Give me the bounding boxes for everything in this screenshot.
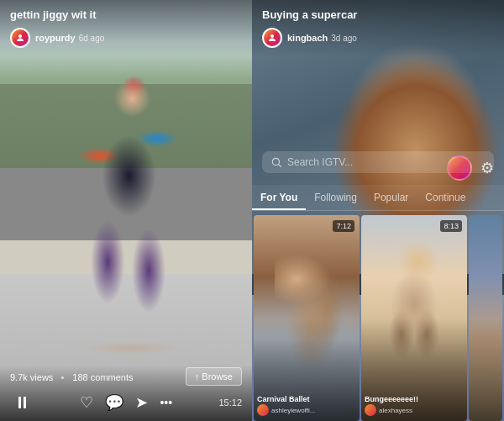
right-username: kingbach: [287, 33, 328, 43]
tab-for-you[interactable]: For You: [252, 185, 306, 210]
right-username-time: kingbach 3d ago: [287, 33, 357, 43]
svg-line-3: [279, 165, 281, 167]
left-user-avatar[interactable]: [10, 28, 30, 48]
right-user-avatar[interactable]: [262, 28, 282, 48]
right-video-panel: Buying a supercar kingbach 3d ago ⚙ Sear…: [252, 0, 504, 421]
right-time-ago: 3d ago: [331, 34, 357, 43]
tabs-row: For You Following Popular Continue: [252, 185, 504, 211]
share-icon[interactable]: ➤: [135, 393, 148, 412]
thumbnail-1[interactable]: 7:12 Carnival Ballet ashleylewoffi...: [254, 215, 360, 421]
left-video-title: gettin jiggy wit it: [10, 8, 242, 21]
tab-continue[interactable]: Continue: [417, 185, 474, 210]
thumb1-user: ashleylewoffi...: [257, 404, 356, 416]
thumb2-duration: 8:13: [440, 220, 462, 232]
comment-icon[interactable]: 💬: [105, 393, 123, 412]
thumbnail-2[interactable]: 8:13 Bungeeeeeee!! alexhayess: [361, 215, 467, 421]
right-video-title: Buying a supercar: [262, 8, 494, 21]
social-actions: ♡ 💬 ➤ •••: [80, 393, 172, 412]
thumb1-title: Carnival Ballet: [257, 395, 356, 404]
thumb2-title: Bungeeeeeee!!: [365, 395, 464, 404]
svg-point-2: [272, 158, 279, 165]
browse-button[interactable]: ↑ Browse: [186, 367, 242, 386]
thumb3-overlay: [469, 215, 502, 421]
thumb1-duration: 7:12: [333, 220, 354, 232]
left-video-panel: gettin jiggy wit it roypurdy 6d ago 9.7k…: [0, 0, 252, 421]
pause-button[interactable]: [10, 391, 34, 414]
left-username: roypurdy: [35, 33, 76, 43]
left-header: gettin jiggy wit it roypurdy 6d ago: [0, 0, 252, 56]
thumb2-avatar: [365, 404, 376, 416]
thumbnails-grid: 7:12 Carnival Ballet ashleylewoffi... 8:…: [252, 215, 504, 421]
left-time-ago: 6d ago: [79, 34, 105, 43]
thumbnail-3[interactable]: [469, 215, 502, 421]
svg-point-0: [18, 34, 22, 38]
thumb1-avatar: [257, 404, 269, 416]
thumb2-overlay: [361, 215, 467, 421]
search-placeholder: Search IGTV...: [287, 156, 353, 168]
left-bottom-controls: 9.7k views 188 comments ↑ Browse ♡ 💬 ➤ •…: [0, 366, 252, 421]
like-icon[interactable]: ♡: [80, 393, 93, 412]
more-icon[interactable]: •••: [160, 396, 172, 409]
search-icon: [270, 156, 282, 168]
pause-icon: [18, 397, 26, 408]
tab-popular[interactable]: Popular: [365, 185, 417, 210]
right-user-row: kingbach 3d ago: [262, 28, 494, 48]
left-user-row: roypurdy 6d ago: [10, 28, 242, 48]
skater-figure: [50, 76, 214, 362]
thumb2-username: alexhayess: [379, 407, 412, 414]
views-stat: 9.7k views: [10, 372, 53, 382]
thumb1-username: ashleylewoffi...: [271, 407, 315, 414]
thumb2-user: alexhayess: [365, 404, 464, 416]
dot-separator: [61, 376, 64, 379]
search-bar[interactable]: Search IGTV...: [262, 151, 494, 173]
actions-row: ♡ 💬 ➤ ••• 15:12: [10, 391, 242, 414]
progress-time: 15:12: [218, 397, 242, 408]
pause-bar-left: [18, 397, 21, 408]
thumb1-overlay: [254, 215, 360, 421]
right-header: Buying a supercar kingbach 3d ago: [252, 0, 504, 56]
comments-stat: 188 comments: [72, 372, 133, 382]
svg-point-1: [270, 34, 274, 38]
left-username-time: roypurdy 6d ago: [35, 33, 104, 43]
tab-following[interactable]: Following: [306, 185, 365, 210]
browse-label: ↑ Browse: [195, 371, 233, 382]
pause-bar-right: [24, 397, 26, 408]
